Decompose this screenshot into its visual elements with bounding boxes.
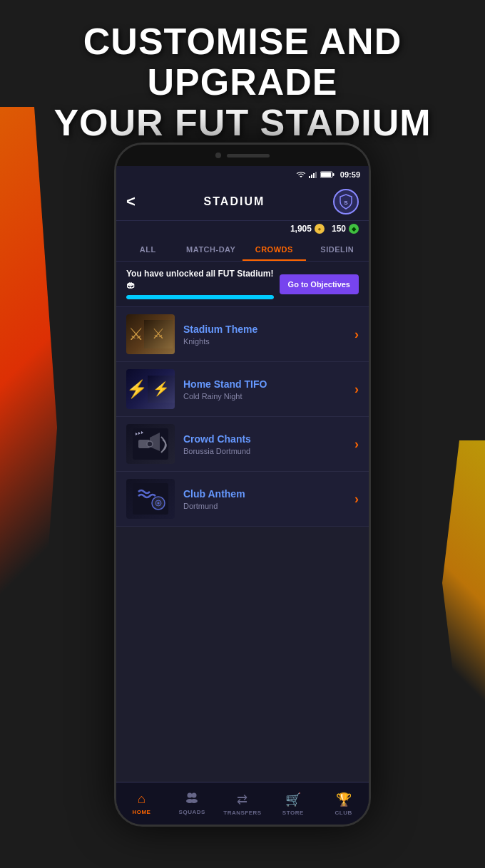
tab-sidelines[interactable]: SIDELIN xyxy=(306,238,369,261)
list-item-tifo[interactable]: ⚡ Home Stand TIFO Cold Rainy Night › xyxy=(116,362,369,417)
nav-store-label: STORE xyxy=(282,810,304,816)
chevron-icon-crowd-chants: › xyxy=(354,437,359,452)
bottom-nav: ⌂ HOME SQUADS ⇄ xyxy=(116,782,369,825)
item-name-stadium-theme: Stadium Theme xyxy=(183,324,346,335)
tabs-row: ALL MATCH-DAY CROWDS SIDELIN xyxy=(116,238,369,262)
night-thumbnail-art: ⚡ xyxy=(148,375,175,403)
chevron-icon-tifo: › xyxy=(354,382,359,397)
knights-thumbnail-art: ⚔ xyxy=(144,320,173,348)
wifi-icon xyxy=(296,171,306,178)
header-line1: CUSTOMISE AND UPGRADE xyxy=(83,21,402,103)
unlock-text-wrap: You have unlocked all FUT Stadium! 🏟 xyxy=(126,269,274,299)
nav-club-label: CLUB xyxy=(335,810,352,816)
item-info-crowd-chants: Crowd Chants Borussia Dortmund xyxy=(183,433,346,455)
objectives-button[interactable]: Go to Objectives xyxy=(280,274,359,294)
item-sub-club-anthem: Dortmund xyxy=(183,502,346,510)
item-sub-stadium-theme: Knights xyxy=(183,337,346,346)
svg-rect-6 xyxy=(332,173,334,176)
list-item-club-anthem[interactable]: Club Anthem Dortmund › xyxy=(116,472,369,527)
status-time: 09:59 xyxy=(340,170,360,179)
store-icon: 🛒 xyxy=(285,792,301,807)
nav-home[interactable]: ⌂ HOME xyxy=(116,782,167,825)
home-icon: ⌂ xyxy=(138,792,146,807)
tab-crowds[interactable]: CROWDS xyxy=(242,238,306,261)
nav-store[interactable]: 🛒 STORE xyxy=(267,782,318,825)
phone-notch xyxy=(116,145,369,166)
points-display: 150 ◆ xyxy=(332,224,359,234)
status-icons xyxy=(296,171,335,178)
item-info-tifo: Home Stand TIFO Cold Rainy Night xyxy=(183,378,346,401)
phone-speaker xyxy=(227,154,270,157)
item-sub-crowd-chants: Borussia Dortmund xyxy=(183,447,346,455)
unlock-section: You have unlocked all FUT Stadium! 🏟 Go … xyxy=(116,262,369,307)
phone-screen: 09:59 < STADIUM S 1,905 ● xyxy=(116,166,369,825)
svg-point-27 xyxy=(190,799,198,803)
svg-marker-0 xyxy=(300,176,302,177)
transfers-icon: ⇄ xyxy=(237,792,247,807)
phone-shell: 09:59 < STADIUM S 1,905 ● xyxy=(114,143,371,827)
nav-home-label: HOME xyxy=(132,809,150,815)
header-title: CUSTOMISE AND UPGRADE YOUR FUT STADIUM xyxy=(36,21,449,144)
gold-coin-icon: ● xyxy=(315,224,325,234)
item-info-stadium-theme: Stadium Theme Knights xyxy=(183,324,346,346)
svg-text:S: S xyxy=(344,200,348,206)
unlock-text: You have unlocked all FUT Stadium! 🏟 xyxy=(126,269,274,291)
tab-matchday[interactable]: MATCH-DAY xyxy=(180,238,243,261)
header-line2: YOUR FUT STADIUM xyxy=(53,102,431,143)
item-sub-tifo: Cold Rainy Night xyxy=(183,392,346,401)
squads-icon xyxy=(185,792,198,807)
svg-point-16 xyxy=(147,441,153,447)
nav-club[interactable]: 🏆 CLUB xyxy=(318,782,369,825)
battery-icon xyxy=(320,171,335,178)
item-name-tifo: Home Stand TIFO xyxy=(183,378,346,390)
svg-text:⚡: ⚡ xyxy=(153,381,170,397)
svg-rect-7 xyxy=(321,172,331,177)
coins-display: 1,905 ● xyxy=(290,224,325,234)
nav-transfers[interactable]: ⇄ TRANSFERS xyxy=(218,782,268,825)
thumbnail-crowd xyxy=(126,424,175,464)
svg-rect-1 xyxy=(309,176,310,178)
item-name-crowd-chants: Crowd Chants xyxy=(183,433,346,445)
progress-bar-fill xyxy=(126,295,274,299)
chevron-icon-stadium-theme: › xyxy=(354,327,359,342)
currency-bar: 1,905 ● 150 ◆ xyxy=(116,221,369,238)
nav-squads-label: SQUADS xyxy=(179,809,205,815)
signal-icon xyxy=(308,171,318,178)
header-section: CUSTOMISE AND UPGRADE YOUR FUT STADIUM xyxy=(36,21,449,144)
phone-device: 09:59 < STADIUM S 1,905 ● xyxy=(114,143,371,827)
shield-icon: S xyxy=(337,193,354,210)
phone-camera xyxy=(215,153,221,158)
svg-point-25 xyxy=(192,793,197,798)
svg-rect-4 xyxy=(315,172,317,178)
points-value: 150 xyxy=(332,224,346,234)
coins-value: 1,905 xyxy=(290,224,312,234)
nav-transfers-label: TRANSFERS xyxy=(223,810,261,816)
list-item-stadium-theme[interactable]: ⚔ Stadium Theme Knights › xyxy=(116,307,369,362)
svg-rect-3 xyxy=(313,173,315,178)
item-info-club-anthem: Club Anthem Dortmund xyxy=(183,488,346,510)
list-item-crowd-chants[interactable]: Crowd Chants Borussia Dortmund › xyxy=(116,417,369,472)
green-coin-icon: ◆ xyxy=(349,224,359,234)
back-button[interactable]: < xyxy=(126,192,136,211)
svg-point-24 xyxy=(188,793,193,798)
club-icon: 🏆 xyxy=(336,792,352,807)
thumbnail-anthem xyxy=(126,479,175,519)
svg-text:⚔: ⚔ xyxy=(152,326,165,341)
progress-bar-wrap xyxy=(126,295,274,299)
thumbnail-knights: ⚔ xyxy=(126,314,175,354)
club-anthem-thumbnail-art xyxy=(133,483,168,515)
item-name-club-anthem: Club Anthem xyxy=(183,488,346,500)
status-bar: 09:59 xyxy=(116,166,369,183)
app-header: < STADIUM S xyxy=(116,183,369,221)
svg-rect-2 xyxy=(311,175,312,178)
page-title: STADIUM xyxy=(204,195,265,208)
thumbnail-night: ⚡ xyxy=(126,369,175,409)
tab-all[interactable]: ALL xyxy=(116,238,180,261)
svg-point-23 xyxy=(158,502,160,505)
nav-squads[interactable]: SQUADS xyxy=(167,782,218,825)
chevron-icon-club-anthem: › xyxy=(354,492,359,507)
crowd-chants-thumbnail-art xyxy=(133,428,168,460)
list-container: ⚔ Stadium Theme Knights › xyxy=(116,307,369,527)
fut-icon[interactable]: S xyxy=(333,189,359,215)
